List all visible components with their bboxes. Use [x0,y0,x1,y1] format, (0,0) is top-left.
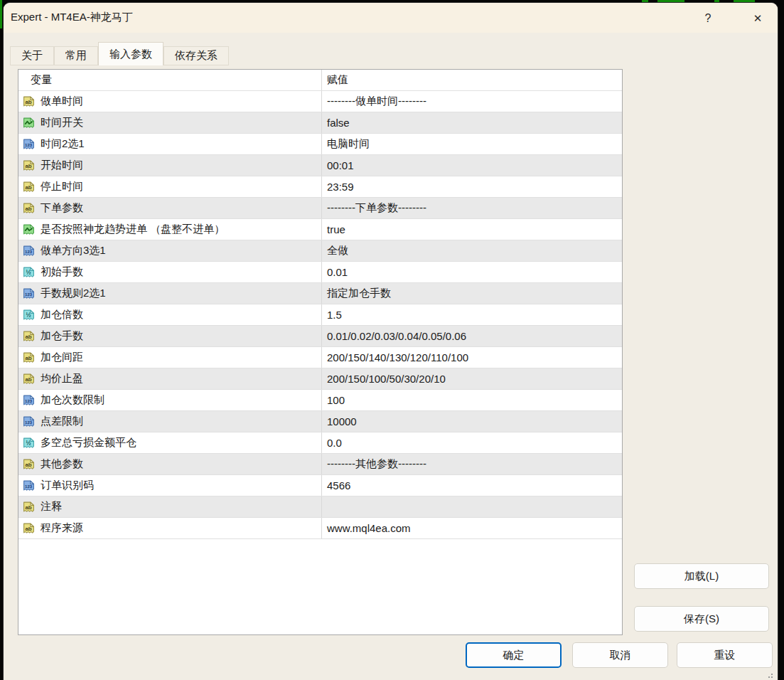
param-value[interactable]: 0.01 [321,262,622,282]
load-button[interactable]: 加载(L) [634,563,769,589]
int-param-icon: 123 [23,479,35,492]
param-value[interactable]: 200/150/140/130/120/110/100 [321,347,622,368]
param-value[interactable]: --------做单时间-------- [321,91,622,112]
table-row[interactable]: 123 做单方向3选1 全做 [18,240,622,262]
param-value[interactable]: 1.5 [321,304,622,325]
column-header-variable: 变量 [18,70,321,90]
param-name: 手数规则2选1 [41,287,106,300]
param-value[interactable]: 电脑时间 [321,134,622,154]
string-param-icon: ab [23,202,35,214]
svg-text:ab: ab [25,163,31,169]
ok-button[interactable]: 确定 [466,642,562,668]
table-row[interactable]: 123 时间2选1 电脑时间 [18,134,622,155]
reset-button[interactable]: 重设 [677,642,773,668]
table-row[interactable]: ab 加仓手数 0.01/0.02/0.03/0.04/0.05/0.06 [18,326,622,347]
window-title: Expert - MT4EA-神龙马丁 [11,11,133,24]
param-name: 点差限制 [41,415,83,428]
param-name: 其他参数 [41,457,83,471]
column-header-value: 赋值 [321,70,622,90]
param-name: 均价止盈 [41,372,83,386]
svg-text:ab: ab [25,334,31,340]
param-value[interactable]: 23:59 [321,176,622,197]
double-param-icon: ½ [23,266,35,278]
save-button[interactable]: 保存(S) [634,606,769,632]
tab-inputs[interactable]: 输入参数 [98,42,163,65]
string-param-icon: ab [23,501,35,513]
close-icon[interactable]: ✕ [743,7,772,28]
double-param-icon: ½ [23,437,35,449]
resize-grip-icon[interactable] [764,669,773,679]
param-value[interactable]: 0.01/0.02/0.03/0.04/0.05/0.06 [321,326,622,346]
table-row[interactable]: ab 做单时间 --------做单时间-------- [18,91,622,112]
svg-text:ab: ab [25,206,31,212]
string-param-icon: ab [23,181,35,193]
table-row[interactable]: 123 点差限制 10000 [18,411,622,432]
param-name: 加仓次数限制 [41,393,104,407]
table-row[interactable]: 123 订单识别码 4566 [18,475,622,496]
svg-text:ab: ab [25,184,31,191]
param-name: 程序来源 [41,521,83,535]
svg-text:½: ½ [26,269,31,276]
param-value[interactable] [321,496,622,517]
param-value[interactable]: www.mql4ea.com [321,518,622,538]
param-value[interactable]: 指定加仓手数 [321,283,622,304]
table-row[interactable]: ½ 多空总亏损金额平仓 0.0 [18,432,622,454]
table-row[interactable]: ½ 初始手数 0.01 [18,262,622,283]
param-value[interactable]: --------下单参数-------- [321,198,622,218]
tab-label: 依存关系 [175,49,218,63]
param-value[interactable]: 10000 [321,411,622,432]
tab-about[interactable]: 关于 [10,46,54,65]
svg-text:ab: ab [25,99,31,105]
table-row[interactable]: 是否按照神龙趋势进单 （盘整不进单） true [18,219,622,240]
string-param-icon: ab [23,458,35,470]
string-param-icon: ab [23,330,35,342]
table-row[interactable]: ½ 加仓倍数 1.5 [18,304,622,326]
table-row[interactable]: ab 均价止盈 200/150/100/50/30/20/10 [18,368,622,390]
svg-text:ab: ab [25,526,31,532]
tab-bar: 关于 常用 输入参数 依存关系 [10,41,229,65]
table-row[interactable]: ab 停止时间 23:59 [18,176,622,198]
param-name: 多空总亏损金额平仓 [41,436,136,450]
table-row[interactable]: 时间开关 false [18,112,622,134]
table-row[interactable]: ab 开始时间 00:01 [18,155,622,176]
background-chart-artifact [734,0,755,2]
table-row[interactable]: 123 手数规则2选1 指定加仓手数 [18,283,622,304]
table-row[interactable]: ab 程序来源 www.mql4ea.com [18,518,622,539]
param-name: 加仓间距 [41,351,83,364]
svg-text:123: 123 [25,292,33,297]
param-name: 初始手数 [41,265,83,279]
help-icon[interactable]: ? [694,7,722,28]
param-name: 做单时间 [41,95,83,108]
param-value[interactable]: false [321,112,622,133]
table-row[interactable]: ab 注释 [18,496,622,518]
param-value[interactable]: 00:01 [321,155,622,176]
int-param-icon: 123 [23,287,35,299]
param-value[interactable]: --------其他参数-------- [321,454,622,474]
param-name: 下单参数 [41,201,83,215]
int-param-icon: 123 [23,138,35,150]
svg-text:123: 123 [25,399,33,403]
param-value[interactable]: true [321,219,622,240]
string-param-icon: ab [23,373,35,385]
int-param-icon: 123 [23,394,35,406]
background-chart-artifact [657,0,684,2]
int-param-icon: 123 [23,415,35,427]
titlebar[interactable]: Expert - MT4EA-神龙马丁 ? ✕ [4,3,778,33]
param-name: 时间2选1 [41,137,85,151]
param-name: 订单识别码 [41,479,94,492]
table-row[interactable]: ab 其他参数 --------其他参数-------- [18,454,622,475]
table-row[interactable]: 123 加仓次数限制 100 [18,390,622,411]
background-chart-artifact [0,0,2,28]
param-value[interactable]: 全做 [321,240,622,261]
tab-dependencies[interactable]: 依存关系 [163,46,229,65]
param-value[interactable]: 4566 [321,475,622,496]
tab-common[interactable]: 常用 [54,46,98,65]
param-value[interactable]: 0.0 [321,432,622,453]
param-name: 时间开关 [41,116,83,129]
param-value[interactable]: 100 [321,390,622,410]
table-row[interactable]: ab 下单参数 --------下单参数-------- [18,198,622,219]
param-value[interactable]: 200/150/100/50/30/20/10 [321,368,622,389]
svg-text:123: 123 [25,250,33,254]
table-row[interactable]: ab 加仓间距 200/150/140/130/120/110/100 [18,347,622,368]
cancel-button[interactable]: 取消 [572,642,668,668]
